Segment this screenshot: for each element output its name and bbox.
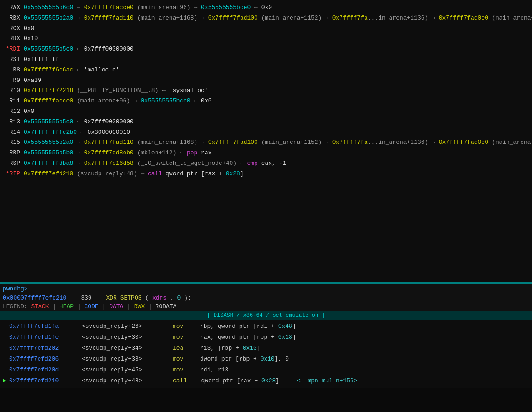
disasm-mnem: call [173, 376, 201, 386]
disasm-addr: 0x7ffff7efd1fe [9, 332, 82, 342]
register-segment: (main_arena+1168) → [134, 138, 208, 148]
register-segment: → [73, 148, 84, 158]
register-name: *RDI [2, 45, 20, 54]
disasm-addr: 0x7ffff7efd20d [9, 365, 82, 375]
register-segment: (svcudp_reply+48) ← [73, 169, 148, 179]
register-row: RAX0x55555555b6c0 → 0x7ffff7facce0 (main… [0, 3, 532, 13]
register-segment: 0x7ffff7fa [332, 138, 368, 148]
disasm-addr: 0x7ffff7efd202 [9, 343, 82, 353]
legend-stack: STACK [31, 303, 49, 310]
disasm-ops: dword ptr [rbp + 0x10], 0 [200, 354, 289, 364]
legend-code: CODE [85, 303, 99, 310]
disasm-comment: <__mpn_mul_n+156> [279, 376, 357, 386]
register-segment: 0x7fff00000000 [84, 45, 134, 54]
disasm-row: ►0x7ffff7efd210 <svcudp_reply+48> call q… [0, 376, 532, 387]
disasm-sym: <svcudp_reply+45> [82, 365, 173, 375]
register-value: 0xffffffff [24, 55, 59, 65]
register-segment: (main_arena+96) → [73, 97, 141, 106]
register-segment: 0x3000000010 [87, 128, 130, 137]
register-name: RSI [2, 55, 20, 65]
disasm-row: 0x7ffff7efd20d <svcudp_reply+45> mov rdi… [0, 365, 532, 376]
register-segment: (main_arena+1152) → [258, 138, 332, 148]
register-segment: (main_arena+1152) → [258, 14, 332, 23]
register-name: R10 [2, 86, 20, 96]
disasm-marker [3, 365, 9, 375]
disasm-sym: <svcudp_reply+30> [82, 332, 173, 342]
register-segment: 0x55555555bce0 [201, 3, 251, 13]
prompt-text: pwndbg> [3, 285, 28, 292]
register-segment: 0x7ffff7fad110 [84, 138, 134, 148]
register-segment: 0x0 [261, 3, 272, 13]
register-name: RDX [2, 34, 20, 44]
disasm-mnem: mov [173, 354, 200, 364]
register-segment: eax, -1 [258, 159, 286, 168]
legend-sep3: | [102, 303, 110, 310]
source-arg1: xdrs [152, 295, 166, 301]
register-segment: ← [73, 66, 84, 75]
register-segment: 0x7ffff7fad100 [208, 14, 258, 23]
register-segment: 0x7ffff7dd8eb0 [84, 148, 134, 158]
legend-heap: HEAP [60, 303, 74, 310]
register-name: R14 [2, 128, 20, 137]
register-name: RCX [2, 24, 20, 34]
disasm-sym: <svcudp_reply+38> [82, 354, 173, 364]
register-segment: 0x7ffff7fad110 [84, 14, 134, 23]
register-segment: ...in_arena+1136) → [368, 14, 439, 23]
register-segment: 0x7ffff7fad0e0 [439, 14, 488, 23]
register-segment: ← [73, 45, 84, 54]
register-segment: ← [77, 128, 87, 137]
disasm-marker [3, 321, 9, 331]
register-segment: ← [191, 97, 201, 106]
disasm-addr: 0x7ffff7efd206 [9, 354, 82, 364]
register-segment: ← [251, 3, 261, 13]
register-row: RBX0x55555555b2a0 → 0x7ffff7fad110 (main… [0, 13, 532, 24]
disasm-mnem: mov [173, 365, 200, 375]
register-segment: 0x28 [226, 169, 240, 179]
legend-sep5: | [148, 303, 156, 310]
register-row: R130x55555555b5c0 ← 0x7fff00000000 [0, 117, 532, 127]
register-name: RAX [2, 3, 20, 13]
source-arg2: 0 [177, 295, 181, 301]
register-value: 0x0 [24, 24, 34, 34]
register-value: 0xa39 [24, 76, 41, 86]
register-segment: 0x7ffff7facce0 [84, 3, 134, 13]
register-name: RBP [2, 148, 20, 158]
register-row: RDX0x10 [0, 34, 532, 44]
registers-panel: RAX0x55555555b6c0 → 0x7ffff7facce0 (main… [0, 0, 532, 282]
source-funcname: XDR_SETPOS [106, 295, 141, 301]
register-name: R12 [2, 107, 20, 117]
register-name: RBX [2, 14, 20, 23]
register-name: RSP [2, 159, 20, 168]
register-segment: ← [73, 117, 84, 127]
disasm-sym: <svcudp_reply+34> [82, 343, 173, 353]
disasm-header: [ DISASM / x86-64 / set emulate on ] [0, 311, 532, 320]
register-segment: 0x55555555b2a0 [24, 138, 73, 148]
register-name: R11 [2, 97, 20, 106]
register-segment: (main_arena+1168) → [134, 14, 208, 23]
register-name: R8 [2, 66, 20, 75]
legend-data: DATA [109, 303, 123, 310]
register-segment: 0x7ffff7facce0 [24, 97, 73, 106]
register-segment: call [148, 169, 162, 179]
register-row: R110x7ffff7facce0 (main_arena+96) → 0x55… [0, 96, 532, 107]
register-segment: 0x0 [201, 97, 211, 106]
register-segment: 0x55555555b5c0 [24, 117, 73, 127]
legend-rwx: RWX [134, 303, 145, 310]
disasm-marker: ► [3, 376, 9, 386]
disasm-row: 0x7ffff7efd206 <svcudp_reply+38> mov dwo… [0, 354, 532, 365]
disasm-addr: 0x7ffff7efd1fa [9, 321, 82, 331]
register-segment: 0x55555555bce0 [141, 97, 190, 106]
register-segment: qword ptr [rax + [162, 169, 226, 179]
register-segment: 'malloc.c' [84, 66, 120, 75]
register-segment: 0x7ffff7efd210 [24, 169, 73, 179]
register-segment: 0x7ffff7fad100 [208, 138, 258, 148]
register-segment: → [73, 138, 84, 148]
disasm-addr: 0x7ffff7efd210 [9, 376, 82, 386]
legend-label: LEGEND: [3, 303, 31, 310]
disasm-mnem: mov [173, 332, 200, 342]
disasm-mnem: mov [173, 321, 200, 331]
disasm-row: 0x7ffff7efd202 <svcudp_reply+34> lea r13… [0, 343, 532, 354]
register-row: R120x0 [0, 107, 532, 117]
disasm-panel: 0x7ffff7efd1fa <svcudp_reply+26> mov rbp… [0, 320, 532, 388]
register-row: R140x7ffffffffe2b0 ← 0x3000000010 [0, 127, 532, 138]
